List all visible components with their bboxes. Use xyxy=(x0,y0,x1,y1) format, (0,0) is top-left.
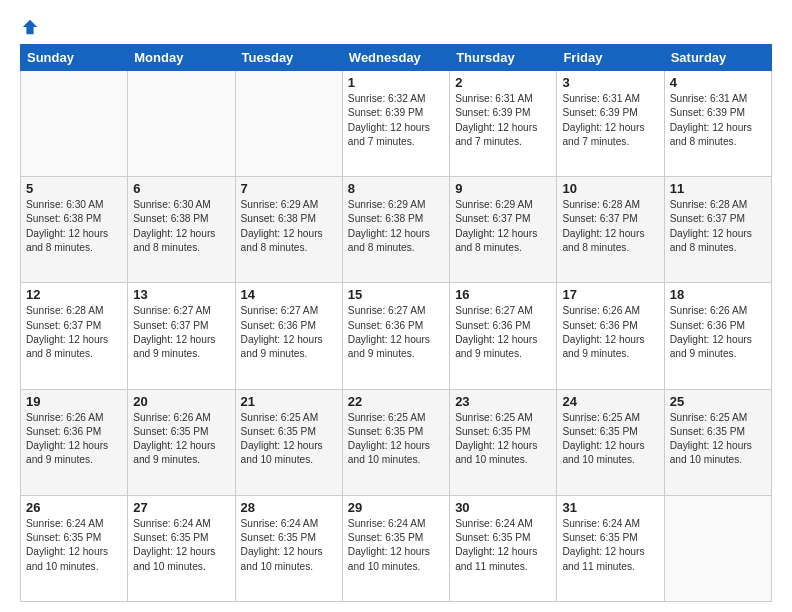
day-info: Sunrise: 6:27 AM Sunset: 6:36 PM Dayligh… xyxy=(455,304,551,361)
day-info: Sunrise: 6:26 AM Sunset: 6:36 PM Dayligh… xyxy=(670,304,766,361)
day-number: 2 xyxy=(455,75,551,90)
calendar-cell: 5Sunrise: 6:30 AM Sunset: 6:38 PM Daylig… xyxy=(21,177,128,283)
calendar-cell: 9Sunrise: 6:29 AM Sunset: 6:37 PM Daylig… xyxy=(450,177,557,283)
calendar-cell xyxy=(21,71,128,177)
day-number: 13 xyxy=(133,287,229,302)
calendar-table: SundayMondayTuesdayWednesdayThursdayFrid… xyxy=(20,44,772,602)
day-info: Sunrise: 6:25 AM Sunset: 6:35 PM Dayligh… xyxy=(670,411,766,468)
day-number: 17 xyxy=(562,287,658,302)
calendar-cell: 1Sunrise: 6:32 AM Sunset: 6:39 PM Daylig… xyxy=(342,71,449,177)
calendar-cell xyxy=(235,71,342,177)
calendar-cell: 22Sunrise: 6:25 AM Sunset: 6:35 PM Dayli… xyxy=(342,389,449,495)
logo xyxy=(20,18,40,36)
day-info: Sunrise: 6:30 AM Sunset: 6:38 PM Dayligh… xyxy=(26,198,122,255)
day-number: 1 xyxy=(348,75,444,90)
day-number: 21 xyxy=(241,394,337,409)
calendar-cell: 7Sunrise: 6:29 AM Sunset: 6:38 PM Daylig… xyxy=(235,177,342,283)
day-info: Sunrise: 6:29 AM Sunset: 6:38 PM Dayligh… xyxy=(241,198,337,255)
calendar-cell: 19Sunrise: 6:26 AM Sunset: 6:36 PM Dayli… xyxy=(21,389,128,495)
calendar-cell: 28Sunrise: 6:24 AM Sunset: 6:35 PM Dayli… xyxy=(235,495,342,601)
day-number: 22 xyxy=(348,394,444,409)
calendar-cell: 4Sunrise: 6:31 AM Sunset: 6:39 PM Daylig… xyxy=(664,71,771,177)
day-info: Sunrise: 6:28 AM Sunset: 6:37 PM Dayligh… xyxy=(562,198,658,255)
calendar-cell: 23Sunrise: 6:25 AM Sunset: 6:35 PM Dayli… xyxy=(450,389,557,495)
calendar-cell: 24Sunrise: 6:25 AM Sunset: 6:35 PM Dayli… xyxy=(557,389,664,495)
day-number: 15 xyxy=(348,287,444,302)
calendar-cell: 17Sunrise: 6:26 AM Sunset: 6:36 PM Dayli… xyxy=(557,283,664,389)
day-info: Sunrise: 6:27 AM Sunset: 6:37 PM Dayligh… xyxy=(133,304,229,361)
day-number: 26 xyxy=(26,500,122,515)
day-info: Sunrise: 6:26 AM Sunset: 6:36 PM Dayligh… xyxy=(26,411,122,468)
calendar-cell: 26Sunrise: 6:24 AM Sunset: 6:35 PM Dayli… xyxy=(21,495,128,601)
day-number: 23 xyxy=(455,394,551,409)
day-number: 5 xyxy=(26,181,122,196)
day-number: 27 xyxy=(133,500,229,515)
weekday-wednesday: Wednesday xyxy=(342,45,449,71)
week-row-3: 12Sunrise: 6:28 AM Sunset: 6:37 PM Dayli… xyxy=(21,283,772,389)
day-number: 19 xyxy=(26,394,122,409)
day-number: 18 xyxy=(670,287,766,302)
day-number: 25 xyxy=(670,394,766,409)
day-number: 10 xyxy=(562,181,658,196)
day-info: Sunrise: 6:25 AM Sunset: 6:35 PM Dayligh… xyxy=(348,411,444,468)
svg-marker-0 xyxy=(23,20,37,34)
day-number: 14 xyxy=(241,287,337,302)
day-info: Sunrise: 6:28 AM Sunset: 6:37 PM Dayligh… xyxy=(26,304,122,361)
day-info: Sunrise: 6:24 AM Sunset: 6:35 PM Dayligh… xyxy=(241,517,337,574)
week-row-5: 26Sunrise: 6:24 AM Sunset: 6:35 PM Dayli… xyxy=(21,495,772,601)
day-info: Sunrise: 6:32 AM Sunset: 6:39 PM Dayligh… xyxy=(348,92,444,149)
weekday-saturday: Saturday xyxy=(664,45,771,71)
calendar-cell: 3Sunrise: 6:31 AM Sunset: 6:39 PM Daylig… xyxy=(557,71,664,177)
calendar-cell: 20Sunrise: 6:26 AM Sunset: 6:35 PM Dayli… xyxy=(128,389,235,495)
day-info: Sunrise: 6:26 AM Sunset: 6:36 PM Dayligh… xyxy=(562,304,658,361)
weekday-sunday: Sunday xyxy=(21,45,128,71)
day-number: 31 xyxy=(562,500,658,515)
logo-text xyxy=(20,18,40,36)
calendar-cell: 8Sunrise: 6:29 AM Sunset: 6:38 PM Daylig… xyxy=(342,177,449,283)
calendar-cell xyxy=(128,71,235,177)
day-info: Sunrise: 6:27 AM Sunset: 6:36 PM Dayligh… xyxy=(348,304,444,361)
calendar-cell: 29Sunrise: 6:24 AM Sunset: 6:35 PM Dayli… xyxy=(342,495,449,601)
day-info: Sunrise: 6:24 AM Sunset: 6:35 PM Dayligh… xyxy=(455,517,551,574)
week-row-1: 1Sunrise: 6:32 AM Sunset: 6:39 PM Daylig… xyxy=(21,71,772,177)
day-number: 29 xyxy=(348,500,444,515)
day-number: 30 xyxy=(455,500,551,515)
calendar-cell: 11Sunrise: 6:28 AM Sunset: 6:37 PM Dayli… xyxy=(664,177,771,283)
calendar-cell: 27Sunrise: 6:24 AM Sunset: 6:35 PM Dayli… xyxy=(128,495,235,601)
day-info: Sunrise: 6:24 AM Sunset: 6:35 PM Dayligh… xyxy=(348,517,444,574)
day-info: Sunrise: 6:25 AM Sunset: 6:35 PM Dayligh… xyxy=(241,411,337,468)
day-number: 4 xyxy=(670,75,766,90)
week-row-2: 5Sunrise: 6:30 AM Sunset: 6:38 PM Daylig… xyxy=(21,177,772,283)
calendar-cell: 12Sunrise: 6:28 AM Sunset: 6:37 PM Dayli… xyxy=(21,283,128,389)
day-info: Sunrise: 6:26 AM Sunset: 6:35 PM Dayligh… xyxy=(133,411,229,468)
day-number: 11 xyxy=(670,181,766,196)
calendar-cell: 6Sunrise: 6:30 AM Sunset: 6:38 PM Daylig… xyxy=(128,177,235,283)
day-number: 20 xyxy=(133,394,229,409)
day-info: Sunrise: 6:31 AM Sunset: 6:39 PM Dayligh… xyxy=(455,92,551,149)
calendar-cell: 21Sunrise: 6:25 AM Sunset: 6:35 PM Dayli… xyxy=(235,389,342,495)
day-number: 12 xyxy=(26,287,122,302)
day-number: 9 xyxy=(455,181,551,196)
day-info: Sunrise: 6:31 AM Sunset: 6:39 PM Dayligh… xyxy=(562,92,658,149)
calendar-cell: 30Sunrise: 6:24 AM Sunset: 6:35 PM Dayli… xyxy=(450,495,557,601)
day-info: Sunrise: 6:30 AM Sunset: 6:38 PM Dayligh… xyxy=(133,198,229,255)
weekday-thursday: Thursday xyxy=(450,45,557,71)
day-info: Sunrise: 6:29 AM Sunset: 6:37 PM Dayligh… xyxy=(455,198,551,255)
calendar-cell: 25Sunrise: 6:25 AM Sunset: 6:35 PM Dayli… xyxy=(664,389,771,495)
calendar-cell: 13Sunrise: 6:27 AM Sunset: 6:37 PM Dayli… xyxy=(128,283,235,389)
day-info: Sunrise: 6:31 AM Sunset: 6:39 PM Dayligh… xyxy=(670,92,766,149)
day-number: 16 xyxy=(455,287,551,302)
day-info: Sunrise: 6:29 AM Sunset: 6:38 PM Dayligh… xyxy=(348,198,444,255)
calendar-cell: 18Sunrise: 6:26 AM Sunset: 6:36 PM Dayli… xyxy=(664,283,771,389)
page: SundayMondayTuesdayWednesdayThursdayFrid… xyxy=(0,0,792,612)
header xyxy=(20,18,772,36)
calendar-cell: 15Sunrise: 6:27 AM Sunset: 6:36 PM Dayli… xyxy=(342,283,449,389)
weekday-header-row: SundayMondayTuesdayWednesdayThursdayFrid… xyxy=(21,45,772,71)
day-info: Sunrise: 6:24 AM Sunset: 6:35 PM Dayligh… xyxy=(562,517,658,574)
weekday-monday: Monday xyxy=(128,45,235,71)
week-row-4: 19Sunrise: 6:26 AM Sunset: 6:36 PM Dayli… xyxy=(21,389,772,495)
day-info: Sunrise: 6:28 AM Sunset: 6:37 PM Dayligh… xyxy=(670,198,766,255)
calendar-cell: 2Sunrise: 6:31 AM Sunset: 6:39 PM Daylig… xyxy=(450,71,557,177)
day-number: 3 xyxy=(562,75,658,90)
calendar-cell: 31Sunrise: 6:24 AM Sunset: 6:35 PM Dayli… xyxy=(557,495,664,601)
